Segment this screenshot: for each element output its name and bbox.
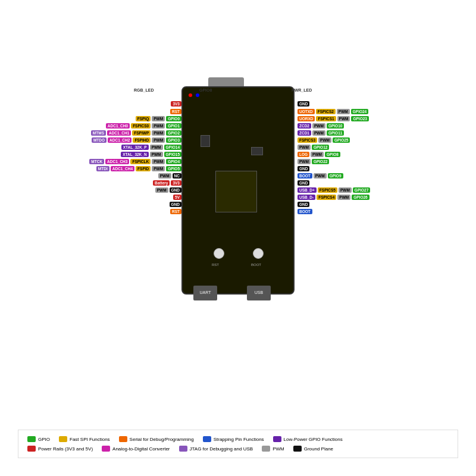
power-label: Power Rails (3V3 and 5V) — [38, 446, 93, 452]
strapping-label: Strapping Pin Functions — [214, 437, 264, 442]
power-color — [27, 446, 36, 452]
pin-label-right-0: GND — [298, 101, 309, 107]
legend-lowpower: Low-Power GPIO Functions — [273, 436, 343, 442]
pwm-label: PWM — [273, 446, 284, 452]
pin-label-left-9: MTDIADC1_CH4FSPIDPWMGPIO5 — [96, 166, 181, 171]
serial-color — [119, 436, 127, 442]
legend-strapping: Strapping Pin Functions — [203, 436, 264, 442]
pin-label-right-7: GPIO8PWMLOG — [298, 152, 340, 157]
pin-label-left-7: XTAL_32K_NPWMGPIO15 — [121, 152, 181, 157]
legend-pwm: PWM — [262, 446, 284, 452]
pwm-color — [262, 446, 270, 452]
pwr-led-label: PWR_LED — [292, 88, 312, 92]
uart-label: UART — [193, 290, 217, 295]
ground-color — [293, 446, 302, 452]
pin-label-left-12: PWMGND — [155, 187, 181, 193]
pin-label-left-11: Battery3V3 — [153, 180, 181, 186]
pin-label-left-10: PWMNC — [158, 173, 181, 178]
legend: GPIO Fast SPI Functions Serial for Debug… — [18, 430, 458, 458]
pin-label-right-12: GPIO27PWMFSPICS5USB_D+ — [298, 187, 370, 193]
gpio8-top-label: GPIO8 — [199, 88, 212, 92]
pin-label-right-1: GPIO24PWMFSPICS2UOTXD — [298, 109, 368, 114]
jtag-label: JTAG for Debugging and USB — [190, 446, 253, 452]
pin-label-left-14: GND — [170, 202, 181, 207]
pin-label-right-3: GPIO10PWMZCD2 — [298, 123, 344, 129]
gpio-label: GPIO — [38, 437, 50, 442]
pin-label-right-14: GND — [298, 202, 309, 207]
legend-power: Power Rails (3V3 and 5V) — [27, 446, 93, 452]
pin-label-right-6: GPIO12PWM — [298, 145, 329, 150]
pin-label-left-0: 3V3 — [171, 101, 181, 107]
ground-label: Ground Plane — [304, 446, 333, 452]
pin-label-right-8: GPIO22PWM — [298, 159, 329, 164]
adc-label: Analog-to-Digital Converter — [112, 446, 170, 452]
lowpower-color — [273, 436, 281, 442]
legend-row-1: GPIO Fast SPI Functions Serial for Debug… — [27, 436, 449, 442]
pwr-led — [189, 93, 192, 97]
fastspi-label: Fast SPI Functions — [70, 437, 110, 442]
esp32-board: RST BOOT — [181, 86, 295, 295]
serial-label: Serial for Debug/Programming — [130, 437, 194, 442]
pin-label-right-13: GPIO26PWMFSPICS4USB_D- — [298, 195, 369, 200]
pin-label-left-15: RST — [170, 209, 181, 214]
pin-label-left-1: RST — [170, 109, 181, 114]
pin-label-right-15: BOOT — [298, 209, 312, 214]
uart-connector: UART — [193, 286, 217, 300]
fastspi-color — [59, 436, 67, 442]
legend-row-2: Power Rails (3V3 and 5V) Analog-to-Digit… — [27, 446, 449, 452]
lowpower-label: Low-Power GPIO Functions — [284, 437, 343, 442]
pin-label-right-11: GND — [298, 180, 309, 186]
gpio-color — [27, 436, 36, 442]
rgb-led — [196, 93, 199, 97]
strapping-color — [203, 436, 211, 442]
main-chip — [215, 171, 257, 212]
adc-color — [102, 446, 110, 452]
legend-fastspi: Fast SPI Functions — [59, 436, 110, 442]
pin-label-left-13: 5V — [173, 195, 181, 200]
legend-gpio: GPIO — [27, 436, 50, 442]
component-2 — [251, 147, 263, 155]
legend-jtag: JTAG for Debugging and USB — [179, 446, 253, 452]
pin-label-right-10: GPIO9PWMBOOT — [298, 173, 343, 178]
rgb-led-label: RGB_LED — [134, 88, 154, 92]
component-1 — [201, 135, 210, 147]
pin-label-right-5: GPIO25PWMFSPICS3 — [298, 137, 350, 143]
pin-label-left-3: ADC1_CH0FSPICS0PWMGPIO1 — [106, 123, 181, 129]
usb-label: USB — [247, 290, 271, 295]
pin-label-left-2: FSPIQPWMGPIO0 — [136, 116, 181, 121]
pin-label-left-4: MTMSADC1_CH1FSPIWPPWMGPIO2 — [91, 130, 181, 136]
pin-label-left-5: MTDOADC1_CH2FSPIHDPWMGPIO3 — [92, 137, 181, 143]
usb-connector: USB — [247, 286, 271, 300]
legend-adc: Analog-to-Digital Converter — [102, 446, 170, 452]
diagram-container: RST BOOT UART USB RGB_LED GPIO8 PWR_LED … — [0, 0, 476, 476]
rst-button[interactable] — [214, 248, 224, 259]
pin-label-left-6: XTAL_32K_PPWMGPIO14 — [121, 145, 181, 150]
rst-label-board: RST — [212, 263, 219, 267]
pin-label-right-4: GPIO11PWMZCD1 — [298, 130, 344, 136]
pin-label-right-2: GPIO23PWMFSPICS1UORXD — [298, 116, 369, 121]
jtag-color — [179, 446, 187, 452]
legend-serial: Serial for Debug/Programming — [119, 436, 194, 442]
pin-label-left-8: MTCKADC1_CH3FSPICLKPWMGPIO4 — [89, 159, 181, 164]
boot-label-board: BOOT — [251, 263, 261, 267]
pin-label-right-9: GND — [298, 166, 309, 171]
legend-ground: Ground Plane — [293, 446, 333, 452]
boot-button[interactable] — [253, 248, 264, 259]
